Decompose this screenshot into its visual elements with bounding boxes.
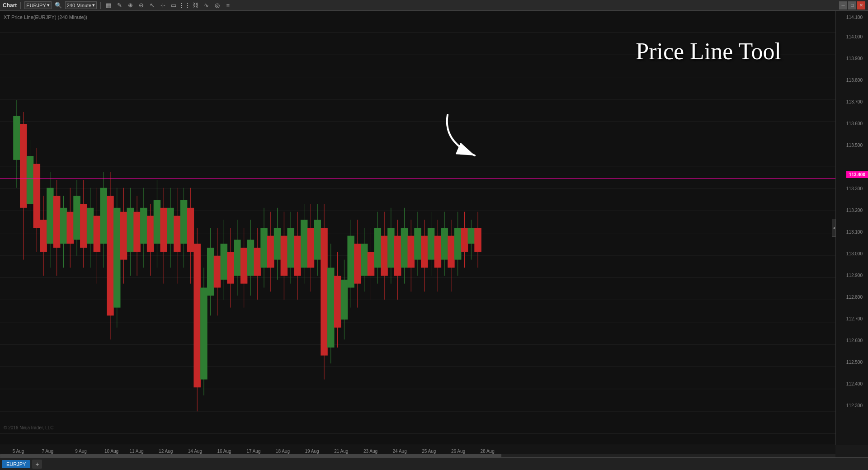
x-label-5: 11 Aug (129, 449, 143, 454)
timeframe-label: 240 Minute (67, 3, 91, 8)
add-tab-button[interactable]: + (32, 460, 42, 469)
window-controls: ─ □ ✕ (839, 1, 865, 9)
wave-icon[interactable]: ∿ (202, 1, 210, 9)
y-label-16: 112.500 (846, 360, 865, 365)
zoom-icon[interactable]: ⊕ (126, 1, 134, 9)
copyright: © 2016 NinjaTrader, LLC (4, 425, 53, 430)
zoom-out-icon[interactable]: ⊖ (137, 1, 145, 9)
y-label-14: 112.700 (846, 317, 865, 321)
symbol-dropdown[interactable]: EURJPY ▾ (24, 1, 51, 9)
y-label-9: 113.200 (846, 208, 865, 213)
timeframe-dropdown[interactable]: 240 Minute ▾ (65, 1, 97, 9)
y-label-7: 113.500 (846, 143, 865, 148)
maximize-button[interactable]: □ (848, 1, 856, 9)
x-label-4: 10 Aug (104, 449, 118, 454)
chart-container: XT Price Line(EURJPY) (240 Minute)) (0, 11, 868, 445)
chart-main[interactable]: XT Price Line(EURJPY) (240 Minute)) (0, 11, 835, 445)
x-label-14: 24 Aug (393, 449, 407, 454)
y-label-10: 113.100 (846, 230, 865, 235)
pencil-icon[interactable]: ✎ (115, 1, 123, 9)
y-label-12: 112.900 (846, 273, 865, 278)
x-label-13: 23 Aug (363, 449, 377, 454)
link-icon[interactable]: ⛓ (191, 1, 199, 9)
rectangle-icon[interactable]: ▭ (170, 1, 178, 9)
x-label-9: 17 Aug (246, 449, 260, 454)
separator-2 (100, 2, 101, 9)
bar-chart-icon[interactable]: ▦ (104, 1, 113, 9)
y-label-18: 112.300 (846, 404, 865, 408)
symbol-label: EURJPY (26, 3, 46, 8)
x-label-12: 21 Aug (334, 449, 348, 454)
x-scrollbar[interactable] (0, 454, 835, 457)
y-label-17: 112.400 (846, 382, 865, 386)
chart-title: XT Price Line(EURJPY) (240 Minute)) (4, 14, 87, 20)
y-label-11: 113.000 (846, 252, 865, 256)
x-label-15: 25 Aug (422, 449, 436, 454)
y-label-2: 114.000 (846, 35, 865, 39)
y-label-8: 113.300 (846, 187, 865, 191)
price-line-annotation: Price Line Tool (636, 38, 781, 65)
y-axis-collapse-button[interactable]: ◄ (832, 219, 836, 237)
x-label-2: 7 Aug (42, 449, 53, 454)
topbar: Chart EURJPY ▾ 🔍 240 Minute ▾ ▦ ✎ ⊕ ⊖ ↖ … (0, 0, 868, 11)
list-icon[interactable]: ≡ (224, 1, 232, 9)
separator-1 (20, 2, 21, 9)
x-label-10: 18 Aug (276, 449, 290, 454)
y-label-4: 113.800 (846, 78, 865, 83)
price-line (0, 178, 835, 179)
y-label-1: 114.100 (846, 15, 865, 20)
candle-canvas (0, 11, 835, 445)
y-label-13: 112.800 (846, 295, 865, 300)
timeframe-chevron: ▾ (92, 2, 95, 8)
y-axis: 114.100 114.000 113.900 113.800 113.700 … (835, 11, 868, 445)
y-label-15: 112.600 (846, 338, 865, 343)
price-badge: 113.400 (846, 171, 868, 178)
symbol-search-icon[interactable]: 🔍 (54, 1, 62, 9)
chart-menu-label[interactable]: Chart (3, 2, 17, 9)
x-label-11: 19 Aug (305, 449, 319, 454)
pointer-icon[interactable]: ↖ (148, 1, 156, 9)
circle-icon[interactable]: ◎ (213, 1, 221, 9)
x-label-7: 14 Aug (188, 449, 202, 454)
symbol-chevron: ▾ (47, 2, 50, 8)
close-button[interactable]: ✕ (857, 1, 865, 9)
y-label-3: 113.900 (846, 56, 865, 61)
tab-eurjpy[interactable]: EURJPY (2, 460, 30, 468)
y-label-6: 113.600 (846, 122, 865, 126)
x-scrollbar-thumb[interactable] (0, 454, 501, 457)
x-axis: 5 Aug 7 Aug 9 Aug 10 Aug 11 Aug 12 Aug 1… (0, 445, 835, 457)
x-label-17: 28 Aug (481, 449, 495, 454)
x-label-8: 16 Aug (217, 449, 231, 454)
cursor-icon[interactable]: ⊹ (159, 1, 167, 9)
x-label-3: 9 Aug (75, 449, 87, 454)
x-label-16: 26 Aug (451, 449, 465, 454)
bottom-tabs: EURJPY + (0, 457, 868, 470)
minimize-button[interactable]: ─ (839, 1, 847, 9)
x-label-1: 5 Aug (13, 449, 24, 454)
grid-icon[interactable]: ⋮⋮ (180, 1, 189, 9)
x-label-6: 12 Aug (159, 449, 173, 454)
y-label-5: 113.700 (846, 100, 865, 104)
